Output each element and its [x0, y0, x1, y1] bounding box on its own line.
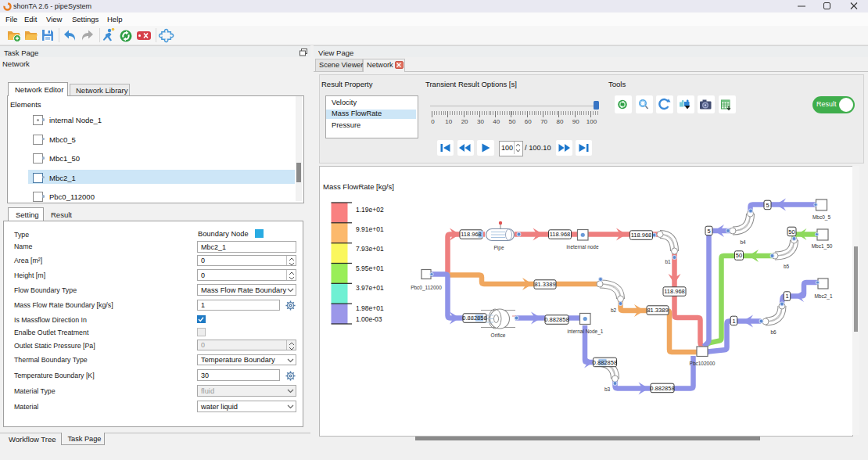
- svg-text:Pbc102000: Pbc102000: [690, 361, 716, 366]
- svg-text:1.00e-03: 1.00e-03: [356, 315, 382, 323]
- svg-text:118.968: 118.968: [461, 231, 482, 238]
- svg-text:b1: b1: [665, 259, 671, 264]
- svg-text:b4: b4: [740, 239, 746, 245]
- svg-text:118.968: 118.968: [631, 232, 652, 239]
- svg-text:Pipe: Pipe: [493, 245, 504, 251]
- svg-text:b2: b2: [611, 307, 617, 313]
- svg-text:Orifice: Orifice: [491, 332, 506, 338]
- svg-text:internal Node_1: internal Node_1: [568, 329, 604, 335]
- svg-text:1: 1: [785, 293, 788, 300]
- svg-text:5: 5: [766, 202, 769, 209]
- svg-text:5.95e+01: 5.95e+01: [356, 264, 384, 272]
- svg-text:50: 50: [788, 228, 794, 235]
- svg-text:Mbc1_50: Mbc1_50: [812, 243, 833, 250]
- svg-text:Pbc0_112000: Pbc0_112000: [411, 285, 442, 291]
- svg-text:Mbc2_1: Mbc2_1: [814, 293, 833, 300]
- svg-text:Mass FlowRate [kg/s]: Mass FlowRate [kg/s]: [323, 182, 394, 191]
- svg-text:7.93e+01: 7.93e+01: [356, 245, 384, 253]
- svg-text:Mbc0_5: Mbc0_5: [812, 214, 831, 221]
- svg-text:81.3389: 81.3389: [647, 307, 668, 314]
- svg-text:0.882858: 0.882858: [544, 316, 569, 323]
- svg-text:3.97e+01: 3.97e+01: [356, 284, 384, 292]
- svg-text:0.882858: 0.882858: [462, 314, 486, 322]
- svg-text:81.3389: 81.3389: [534, 281, 555, 288]
- svg-text:5: 5: [707, 228, 710, 235]
- svg-text:1.19e+02: 1.19e+02: [356, 206, 384, 214]
- svg-text:118.968: 118.968: [664, 288, 685, 295]
- svg-text:1.98e+01: 1.98e+01: [356, 304, 384, 312]
- svg-text:b5: b5: [784, 264, 790, 269]
- svg-text:0.882858: 0.882858: [593, 359, 617, 366]
- svg-text:b6: b6: [770, 329, 777, 335]
- svg-text:50: 50: [736, 252, 742, 259]
- svg-text:118.968: 118.968: [550, 231, 571, 238]
- svg-text:0.882858: 0.882858: [650, 385, 674, 392]
- svg-text:9.91e+01: 9.91e+01: [356, 225, 384, 233]
- svg-text:ineternal node: ineternal node: [566, 244, 599, 250]
- svg-text:b3: b3: [604, 386, 611, 392]
- svg-text:1: 1: [732, 318, 735, 325]
